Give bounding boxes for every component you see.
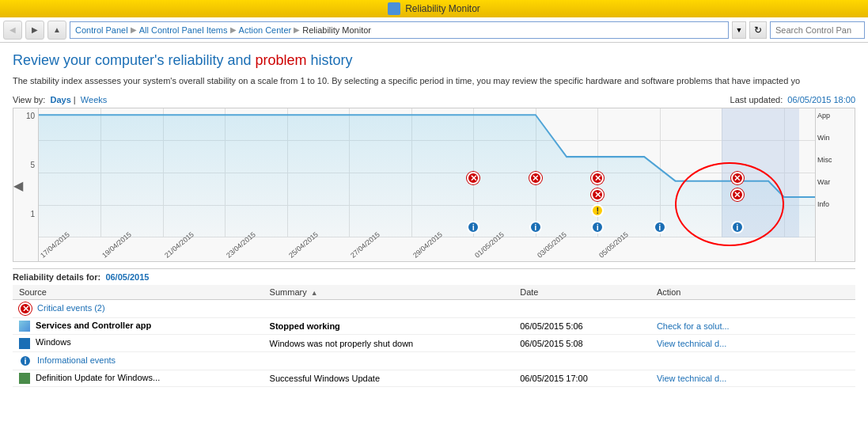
row-date: 06/05/2015 5:06 bbox=[514, 318, 650, 335]
app-errors-row: ✕ ✕ ✕ ✕ bbox=[39, 170, 815, 186]
address-bar-input[interactable]: Control Panel ▶ All Control Panel Items … bbox=[70, 21, 729, 39]
back-button[interactable]: ◀ bbox=[3, 21, 22, 40]
app-icon bbox=[19, 321, 30, 332]
info-row: i i i i i bbox=[39, 219, 815, 235]
update-icon bbox=[19, 373, 30, 384]
right-label-win: Win bbox=[817, 134, 853, 142]
col-summary-header: Summary ▲ bbox=[263, 285, 514, 300]
col-action-header: Action bbox=[650, 285, 855, 300]
chart-right-labels: App Win Misc War Info bbox=[815, 108, 855, 261]
table-row[interactable]: Services and Controller app Stopped work… bbox=[13, 318, 855, 335]
right-label-misc: Misc bbox=[817, 156, 853, 164]
row-source: Definition Update for Windows... bbox=[13, 370, 263, 386]
window-icon bbox=[388, 2, 400, 15]
row-action[interactable]: View technical d... bbox=[650, 335, 855, 351]
info-icon-4: i bbox=[654, 221, 666, 233]
chart-container: ◀ 10 5 1 bbox=[13, 108, 855, 262]
right-label-info: Info bbox=[817, 200, 853, 208]
info-icon-5: i bbox=[731, 221, 744, 233]
address-dropdown-button[interactable]: ▼ bbox=[732, 21, 746, 39]
chart-y-axis: ◀ 10 5 1 bbox=[13, 108, 39, 261]
info-icon-2: i bbox=[529, 221, 542, 233]
col-source-header: Source bbox=[13, 285, 263, 300]
row-summary: Windows was not properly shut down bbox=[263, 335, 514, 351]
table-header-row: Source Summary ▲ Date Action bbox=[13, 285, 855, 300]
view-by: View by: Days | Weeks bbox=[13, 95, 107, 104]
error-icon-4: ✕ bbox=[731, 172, 744, 184]
page-description: The stability index assesses your system… bbox=[13, 75, 855, 87]
refresh-button[interactable]: ↻ bbox=[749, 21, 767, 39]
row-source: Windows bbox=[13, 335, 263, 351]
chart-scroll-left[interactable]: ◀ bbox=[13, 177, 23, 192]
title-bar: Reliability Monitor bbox=[0, 0, 868, 17]
row-source: Services and Controller app bbox=[13, 318, 263, 335]
right-label-app: App bbox=[817, 112, 853, 120]
last-updated: Last updated: 06/05/2015 18:00 bbox=[730, 95, 855, 104]
right-label-war: War bbox=[817, 178, 853, 186]
address-bar: ◀ ▶ ▲ Control Panel ▶ All Control Panel … bbox=[0, 17, 868, 43]
title-bar-text: Reliability Monitor bbox=[405, 3, 480, 14]
page-title: Review your computer's reliability and p… bbox=[13, 52, 855, 69]
main-content: Review your computer's reliability and p… bbox=[0, 43, 868, 429]
error-icon-3: ✕ bbox=[591, 172, 604, 184]
view-weeks-link[interactable]: Weeks bbox=[81, 95, 107, 104]
windows-icon bbox=[19, 338, 30, 349]
info-group-icon: i bbox=[19, 355, 32, 367]
critical-group-icon: ✕ bbox=[19, 302, 32, 315]
view-bar: View by: Days | Weeks Last updated: 06/0… bbox=[13, 95, 855, 104]
info-events-group[interactable]: i Informational events bbox=[13, 351, 855, 370]
breadcrumb: Control Panel ▶ All Control Panel Items … bbox=[75, 25, 371, 35]
error-icon-2: ✕ bbox=[529, 172, 542, 184]
details-section: Reliability details for: 06/05/2015 Sour… bbox=[13, 268, 855, 386]
chart-main-area[interactable]: ✕ ✕ ✕ ✕ ✕ ✕ ! i i i i i bbox=[39, 108, 815, 261]
error-icon-1: ✕ bbox=[467, 172, 479, 184]
details-table: Source Summary ▲ Date Action bbox=[13, 285, 855, 386]
search-input[interactable] bbox=[770, 21, 865, 39]
y-label-10: 10 bbox=[17, 112, 35, 120]
chart-x-labels: 17/04/2015 19/04/2015 21/04/2015 23/04/2… bbox=[39, 236, 815, 261]
details-header: Reliability details for: 06/05/2015 bbox=[13, 269, 855, 285]
y-label-1: 1 bbox=[17, 210, 35, 218]
row-date: 06/05/2015 17:00 bbox=[514, 370, 650, 386]
up-button[interactable]: ▲ bbox=[47, 21, 66, 40]
row-action[interactable]: View technical d... bbox=[650, 370, 855, 386]
critical-events-group[interactable]: ✕ Critical events (2) bbox=[13, 300, 855, 318]
row-date: 06/05/2015 5:08 bbox=[514, 335, 650, 351]
row-summary: Stopped working bbox=[263, 318, 514, 335]
table-row[interactable]: Definition Update for Windows... Success… bbox=[13, 370, 855, 386]
table-row[interactable]: Windows Windows was not properly shut do… bbox=[13, 335, 855, 351]
row-action[interactable]: Check for a solut... bbox=[650, 318, 855, 335]
error-icon-6: ✕ bbox=[731, 188, 744, 201]
view-days-link[interactable]: Days bbox=[51, 95, 71, 104]
warn-icon-1: ! bbox=[591, 204, 604, 217]
y-label-5: 5 bbox=[17, 161, 35, 169]
col-date-header: Date bbox=[514, 285, 650, 300]
forward-button[interactable]: ▶ bbox=[25, 21, 44, 40]
row-summary: Successful Windows Update bbox=[263, 370, 514, 386]
error-icon-5: ✕ bbox=[591, 188, 604, 201]
info-icon-1: i bbox=[467, 221, 479, 233]
win-errors-row: ✕ ✕ bbox=[39, 187, 815, 203]
info-icon-3: i bbox=[591, 221, 604, 233]
misc-warnings-row: ! bbox=[39, 203, 815, 218]
